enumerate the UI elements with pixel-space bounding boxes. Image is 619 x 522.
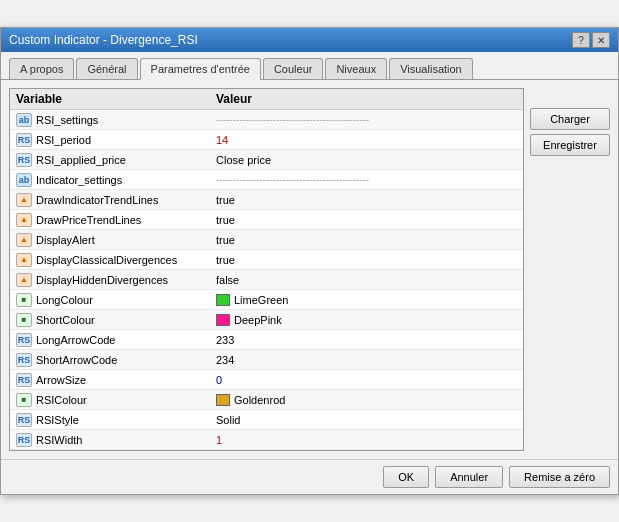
content-area: Variable Valeur ab RSI_settings --------…: [1, 80, 618, 459]
val-cell: 233: [216, 334, 517, 346]
charger-button[interactable]: Charger: [530, 108, 610, 130]
val-cell: ----------------------------------------…: [216, 114, 517, 125]
type-badge-color: ■: [16, 313, 32, 327]
type-badge-bool: ▲: [16, 273, 32, 287]
table-row: ■ ShortColour DeepPink: [10, 310, 523, 330]
var-cell: ■ LongColour: [16, 293, 216, 307]
type-badge-color: ■: [16, 293, 32, 307]
var-cell: ■ ShortColour: [16, 313, 216, 327]
val-cell: Goldenrod: [216, 394, 517, 406]
color-swatch: [216, 294, 230, 306]
tab-niveaux[interactable]: Niveaux: [325, 58, 387, 79]
var-cell: RS RSI_period: [16, 133, 216, 147]
var-cell: ▲ DrawPriceTrendLines: [16, 213, 216, 227]
table-row: ▲ DrawIndicatorTrendLines true: [10, 190, 523, 210]
val-cell: true: [216, 194, 517, 206]
close-button[interactable]: ✕: [592, 32, 610, 48]
val-cell: 0: [216, 374, 517, 386]
row-name: RSI_applied_price: [36, 154, 126, 166]
row-name: DisplayClassicalDivergences: [36, 254, 177, 266]
row-name: RSI_period: [36, 134, 91, 146]
table-row: ■ LongColour LimeGreen: [10, 290, 523, 310]
row-name: LongArrowCode: [36, 334, 116, 346]
tab-visualisation[interactable]: Visualisation: [389, 58, 473, 79]
tabs-bar: A propos Général Parametres d'entrée Cou…: [1, 52, 618, 80]
val-cell: true: [216, 234, 517, 246]
table-row: ▲ DrawPriceTrendLines true: [10, 210, 523, 230]
val-cell: Solid: [216, 414, 517, 426]
window-title: Custom Indicator - Divergence_RSI: [9, 33, 198, 47]
val-cell: true: [216, 214, 517, 226]
table-header: Variable Valeur: [10, 89, 523, 110]
help-button[interactable]: ?: [572, 32, 590, 48]
var-cell: ab Indicator_settings: [16, 173, 216, 187]
val-cell: 1: [216, 434, 517, 446]
enregistrer-button[interactable]: Enregistrer: [530, 134, 610, 156]
table-row: RS RSIStyle Solid: [10, 410, 523, 430]
val-cell: DeepPink: [216, 314, 517, 326]
var-cell: RS ArrowSize: [16, 373, 216, 387]
var-cell: ▲ DisplayClassicalDivergences: [16, 253, 216, 267]
table-row: RS RSIWidth 1: [10, 430, 523, 450]
table-row: ab RSI_settings ------------------------…: [10, 110, 523, 130]
type-badge-ab: ab: [16, 113, 32, 127]
title-bar: Custom Indicator - Divergence_RSI ? ✕: [1, 28, 618, 52]
table-row: RS RSI_applied_price Close price: [10, 150, 523, 170]
main-window: Custom Indicator - Divergence_RSI ? ✕ A …: [0, 27, 619, 495]
table-row: RS LongArrowCode 233: [10, 330, 523, 350]
var-cell: RS RSIStyle: [16, 413, 216, 427]
val-cell: ----------------------------------------…: [216, 174, 517, 185]
type-badge-int: RS: [16, 133, 32, 147]
row-name: DisplayHiddenDivergences: [36, 274, 168, 286]
type-badge-int: RS: [16, 353, 32, 367]
type-badge-bool: ▲: [16, 253, 32, 267]
type-badge-int: RS: [16, 153, 32, 167]
color-swatch: [216, 394, 230, 406]
table-row: ▲ DisplayAlert true: [10, 230, 523, 250]
row-name: RSIColour: [36, 394, 87, 406]
table-row: ■ RSIColour Goldenrod: [10, 390, 523, 410]
title-bar-controls: ? ✕: [572, 32, 610, 48]
row-name: LongColour: [36, 294, 93, 306]
row-name: DrawIndicatorTrendLines: [36, 194, 158, 206]
var-cell: ▲ DrawIndicatorTrendLines: [16, 193, 216, 207]
type-badge-ab: ab: [16, 173, 32, 187]
val-cell: false: [216, 274, 517, 286]
tab-general[interactable]: Général: [76, 58, 137, 79]
table-row: RS ShortArrowCode 234: [10, 350, 523, 370]
table-row: RS RSI_period 14: [10, 130, 523, 150]
ok-button[interactable]: OK: [383, 466, 429, 488]
table-row: RS ArrowSize 0: [10, 370, 523, 390]
var-cell: RS ShortArrowCode: [16, 353, 216, 367]
type-badge-int: RS: [16, 373, 32, 387]
color-swatch: [216, 314, 230, 326]
params-table: Variable Valeur ab RSI_settings --------…: [9, 88, 524, 451]
tab-params[interactable]: Parametres d'entrée: [140, 58, 261, 80]
tab-apropos[interactable]: A propos: [9, 58, 74, 79]
row-name: ShortColour: [36, 314, 95, 326]
var-cell: RS RSI_applied_price: [16, 153, 216, 167]
table-row: ab Indicator_settings ------------------…: [10, 170, 523, 190]
val-cell: LimeGreen: [216, 294, 517, 306]
tab-couleur[interactable]: Couleur: [263, 58, 324, 79]
val-cell: true: [216, 254, 517, 266]
row-name: RSI_settings: [36, 114, 98, 126]
val-cell: 234: [216, 354, 517, 366]
val-cell: Close price: [216, 154, 517, 166]
remise-button[interactable]: Remise a zéro: [509, 466, 610, 488]
row-name: Indicator_settings: [36, 174, 122, 186]
var-cell: ab RSI_settings: [16, 113, 216, 127]
var-cell: ■ RSIColour: [16, 393, 216, 407]
type-badge-bool: ▲: [16, 193, 32, 207]
row-name: RSIStyle: [36, 414, 79, 426]
var-cell: ▲ DisplayAlert: [16, 233, 216, 247]
row-name: RSIWidth: [36, 434, 82, 446]
row-name: DrawPriceTrendLines: [36, 214, 141, 226]
row-name: DisplayAlert: [36, 234, 95, 246]
type-badge-int: RS: [16, 333, 32, 347]
row-name: ArrowSize: [36, 374, 86, 386]
row-name: ShortArrowCode: [36, 354, 117, 366]
var-cell: RS LongArrowCode: [16, 333, 216, 347]
col-variable: Variable: [16, 92, 216, 106]
annuler-button[interactable]: Annuler: [435, 466, 503, 488]
